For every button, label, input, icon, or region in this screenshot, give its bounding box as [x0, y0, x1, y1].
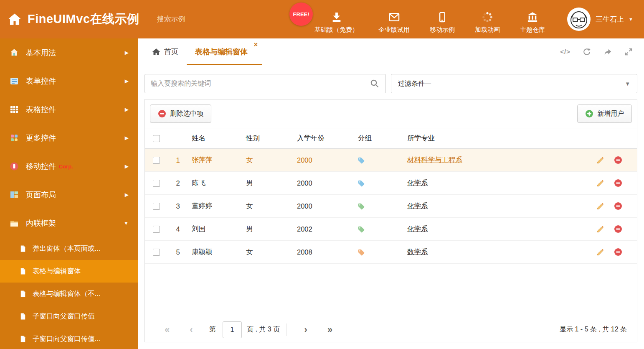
add-user-button[interactable]: 新增用户 [577, 104, 632, 123]
nav-item-enterprise-trial[interactable]: 企业版试用 [368, 5, 420, 34]
major-link[interactable]: 化学系 [407, 179, 428, 186]
row-actions [593, 202, 637, 211]
sidebar-item-label: 移动控件 [26, 161, 56, 171]
tab-home[interactable]: 首页 [144, 38, 187, 65]
top-search [157, 14, 246, 24]
sidebar-subitem-popup-window[interactable]: 弹出窗体（本页面或... [0, 237, 138, 260]
row-checkbox[interactable] [153, 226, 160, 233]
expand-icon[interactable] [624, 47, 633, 56]
cell-name: 陈飞 [188, 178, 243, 188]
brand[interactable]: FineUIMvc在线示例 [0, 11, 139, 28]
first-page-button[interactable]: « [155, 325, 179, 334]
keyword-search-input[interactable] [151, 80, 370, 87]
sidebar-item-mobile-controls[interactable]: 移动控件 Corp. ▶ [0, 152, 138, 181]
sidebar-item-iframe[interactable]: 内联框架 ▼ [0, 209, 138, 237]
major-link[interactable]: 化学系 [407, 202, 428, 209]
sidebar-subitem-child-to-parent-2[interactable]: 子窗口向父窗口传值... [0, 328, 138, 349]
next-page-button[interactable]: › [294, 325, 318, 334]
cell-gender: 女 [243, 247, 294, 257]
tab-bar: 首页 表格与编辑窗体 × </> [138, 38, 644, 65]
table-row[interactable]: 5 康颖颖 女 2008 数学系 [145, 241, 637, 264]
sidebar-item-label: 内联框架 [26, 218, 56, 228]
nav-item-mobile-demo[interactable]: 移动示例 [420, 5, 465, 34]
delete-row-icon[interactable] [614, 179, 622, 187]
major-link[interactable]: 材料科学与工程系 [407, 156, 462, 163]
sidebar-item-grid-controls[interactable]: 表格控件 ▶ [0, 95, 138, 124]
edit-pencil-icon[interactable] [596, 248, 605, 257]
row-checkbox[interactable] [153, 249, 160, 256]
active-tab-underline [187, 64, 262, 65]
delete-row-icon[interactable] [614, 225, 622, 233]
cell-gender: 男 [243, 178, 294, 188]
last-page-button[interactable]: » [318, 325, 342, 334]
bank-icon [527, 11, 538, 23]
keyword-search-box [145, 74, 386, 93]
cell-year: 2002 [294, 225, 355, 233]
share-icon[interactable] [603, 47, 612, 56]
prev-page-button[interactable]: ‹ [179, 325, 203, 334]
major-link[interactable]: 数学系 [407, 248, 428, 255]
delete-row-icon[interactable] [614, 202, 622, 210]
user-menu[interactable]: 三生石上 ▼ [555, 7, 644, 31]
delete-selected-button[interactable]: 删除选中项 [150, 104, 211, 123]
top-search-input[interactable] [157, 15, 249, 23]
top-nav: FREE! 基础版（免费） 企业版试用 移动示例 加载动画 主题仓库 [304, 5, 555, 34]
folder-icon [9, 218, 19, 228]
tag-icon [357, 225, 365, 233]
page-number-input[interactable] [223, 321, 242, 338]
search-icon[interactable] [370, 79, 380, 89]
nav-item-basic-free[interactable]: FREE! 基础版（免费） [304, 5, 368, 34]
edit-pencil-icon[interactable] [596, 225, 605, 234]
sidebar-subitem-label: 弹出窗体（本页面或... [33, 244, 100, 253]
row-number: 4 [167, 225, 188, 233]
sidebar-item-more-controls[interactable]: 更多控件 ▶ [0, 124, 138, 152]
plus-circle-icon [585, 110, 593, 118]
sidebar-item-basic-usage[interactable]: 基本用法 ▶ [0, 38, 138, 67]
form-icon [9, 76, 19, 86]
row-checkbox[interactable] [153, 203, 160, 210]
page-prefix-label: 第 [209, 325, 216, 334]
sidebar-item-page-layout[interactable]: 页面布局 ▶ [0, 181, 138, 209]
tab-grid-edit-window[interactable]: 表格与编辑窗体 × [187, 38, 262, 65]
envelope-icon [388, 11, 400, 23]
widgets-icon [9, 133, 19, 143]
edit-pencil-icon[interactable] [596, 179, 605, 188]
select-all-checkbox[interactable] [153, 135, 160, 142]
page-suffix-label: 页 , 共 3 页 [247, 325, 280, 334]
edit-pencil-icon[interactable] [596, 202, 605, 211]
row-actions [593, 248, 637, 257]
sidebar-item-label: 基本用法 [26, 48, 56, 58]
cell-gender: 女 [243, 155, 294, 165]
delete-selected-label: 删除选中项 [170, 110, 203, 118]
sidebar-item-label: 页面布局 [26, 190, 56, 200]
nav-label: 加载动画 [475, 26, 500, 34]
delete-row-icon[interactable] [614, 248, 622, 256]
row-checkbox[interactable] [153, 180, 160, 187]
row-checkbox[interactable] [153, 157, 160, 164]
sidebar-subitem-grid-edit-window-2[interactable]: 表格与编辑窗体（不... [0, 283, 138, 305]
sidebar-subitem-grid-edit-window[interactable]: 表格与编辑窗体 [0, 260, 138, 283]
tag-icon [357, 179, 365, 187]
table-row[interactable]: 1 张萍萍 女 2000 材料科学与工程系 [145, 149, 637, 172]
table-row[interactable]: 3 董婷婷 女 2000 化学系 [145, 195, 637, 218]
source-code-icon[interactable]: </> [560, 48, 570, 55]
cell-name: 董婷婷 [188, 201, 243, 211]
table-row[interactable]: 4 刘国 男 2002 化学系 [145, 218, 637, 241]
cell-gender: 男 [243, 224, 294, 234]
major-link[interactable]: 化学系 [407, 225, 428, 232]
col-year: 入学年份 [294, 134, 355, 143]
nav-item-theme-store[interactable]: 主题仓库 [510, 5, 555, 34]
edit-pencil-icon[interactable] [596, 156, 605, 165]
record-summary: 显示 1 - 5 条 , 共 12 条 [560, 325, 627, 334]
sidebar-item-form-controls[interactable]: 表单控件 ▶ [0, 67, 138, 95]
table-icon [9, 104, 19, 115]
refresh-icon[interactable] [582, 47, 591, 56]
close-icon[interactable]: × [254, 41, 258, 48]
nav-item-loading-animations[interactable]: 加载动画 [465, 5, 510, 34]
row-actions [593, 225, 637, 234]
table-row[interactable]: 2 陈飞 男 2000 化学系 [145, 172, 637, 195]
filter-dropdown[interactable]: 过滤条件一 ▼ [391, 74, 637, 93]
col-name: 姓名 [188, 134, 243, 143]
delete-row-icon[interactable] [614, 156, 622, 164]
sidebar-subitem-child-to-parent[interactable]: 子窗口向父窗口传值 [0, 305, 138, 328]
